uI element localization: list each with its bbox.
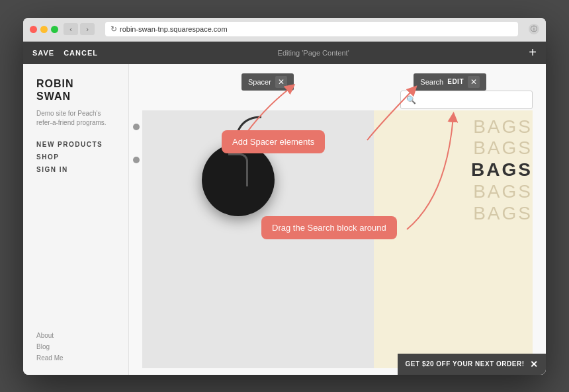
browser-chrome: ‹ › ↻ robin-swan-tnp.squarespace.com ⓘ xyxy=(23,18,546,42)
save-button[interactable]: SAVE xyxy=(32,49,54,57)
search-block-toolbar[interactable]: Search EDIT ✕ xyxy=(414,73,486,91)
content-wrapper: ROBIN SWAN Demo site for Peach's refer-a… xyxy=(23,64,546,375)
right-content: Spacer ✕ Search EDIT ✕ 🔍 xyxy=(129,64,546,375)
nav-shop[interactable]: SHOP xyxy=(36,153,115,161)
spacer-delete-button[interactable]: ✕ xyxy=(275,76,287,88)
maximize-traffic-light[interactable] xyxy=(51,26,58,33)
footer-blog[interactable]: Blog xyxy=(36,343,115,350)
sidebar-footer: About Blog Read Me xyxy=(36,332,115,362)
search-input-preview[interactable]: 🔍 xyxy=(400,91,533,109)
info-icon[interactable]: ⓘ xyxy=(529,24,539,34)
traffic-lights xyxy=(30,26,58,33)
minimize-traffic-light[interactable] xyxy=(40,26,48,33)
search-label: Search xyxy=(420,78,443,86)
bags-text-1: BAGS xyxy=(473,117,533,137)
bags-text-5: BAGS xyxy=(473,204,533,224)
column-dot-1 xyxy=(133,124,140,130)
tooltip-search: Drag the Search block around xyxy=(261,216,397,239)
bags-text-2: BAGS xyxy=(473,138,533,159)
nav-links: NEW PRODUCTS SHOP SIGN IN xyxy=(36,141,115,173)
bags-text-container: BAGS BAGS BAGS BAGS BAGS xyxy=(471,117,533,224)
spacer-label: Spacer xyxy=(248,78,271,86)
forward-button[interactable]: › xyxy=(80,23,95,35)
nav-buttons: ‹ › xyxy=(64,23,95,35)
editing-label: Editing 'Page Content' xyxy=(107,49,519,57)
close-traffic-light[interactable] xyxy=(30,26,37,33)
search-delete-button[interactable]: ✕ xyxy=(468,76,480,88)
refresh-icon[interactable]: ↻ xyxy=(110,24,117,34)
cta-text: GET $20 OFF YOUR NEXT ORDER! xyxy=(406,360,525,368)
footer-about[interactable]: About xyxy=(36,332,115,339)
back-button[interactable]: ‹ xyxy=(64,23,78,35)
search-edit-button[interactable]: EDIT xyxy=(447,78,464,85)
tooltip-spacer: Add Spacer elements xyxy=(222,130,325,153)
nav-new-products[interactable]: NEW PRODUCTS xyxy=(36,141,115,148)
browser-window: ‹ › ↻ robin-swan-tnp.squarespace.com ⓘ S… xyxy=(23,18,546,375)
site-title: ROBIN SWAN xyxy=(36,77,115,102)
nav-sign-in[interactable]: SIGN IN xyxy=(36,166,115,173)
cta-banner: GET $20 OFF YOUR NEXT ORDER! ✕ xyxy=(398,354,546,375)
address-text: robin-swan-tnp.squarespace.com xyxy=(120,25,228,33)
page-area: Spacer ✕ Search EDIT ✕ 🔍 xyxy=(129,64,546,375)
site-description: Demo site for Peach's refer-a-friend pro… xyxy=(36,109,115,128)
column-dot-2 xyxy=(133,157,140,163)
editor-bar: SAVE CANCEL Editing 'Page Content' + xyxy=(23,42,546,64)
bags-text-4: BAGS xyxy=(473,182,533,202)
footer-read-me[interactable]: Read Me xyxy=(36,354,115,362)
cancel-button[interactable]: CANCEL xyxy=(64,49,98,57)
address-bar[interactable]: ↻ robin-swan-tnp.squarespace.com xyxy=(105,22,518,36)
main-layout: SAVE CANCEL Editing 'Page Content' + ROB… xyxy=(23,42,546,375)
cta-close-button[interactable]: ✕ xyxy=(530,359,539,370)
bag-image xyxy=(202,143,275,216)
sidebar: ROBIN SWAN Demo site for Peach's refer-a… xyxy=(23,64,129,375)
search-icon: 🔍 xyxy=(406,95,416,104)
add-content-button[interactable]: + xyxy=(529,45,537,60)
bags-text-bold: BAGS xyxy=(471,160,533,180)
spacer-block-toolbar[interactable]: Spacer ✕ xyxy=(241,73,294,91)
